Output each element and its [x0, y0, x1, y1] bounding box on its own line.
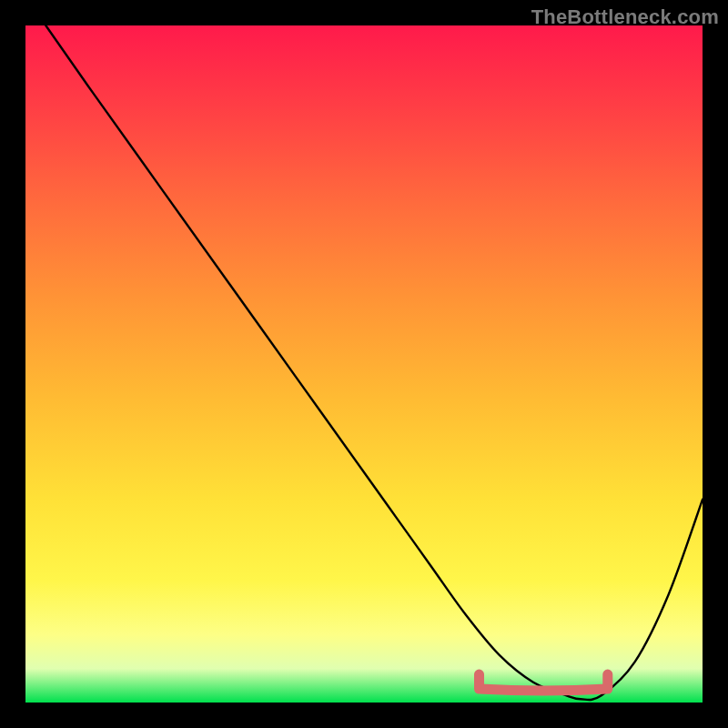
- curve-svg: [25, 25, 703, 703]
- bottleneck-curve-path: [46, 25, 703, 700]
- chart-frame: TheBottleneck.com: [0, 0, 728, 728]
- watermark-text: TheBottleneck.com: [531, 5, 719, 29]
- optimal-range-marker: [480, 674, 608, 691]
- plot-area: [25, 25, 703, 703]
